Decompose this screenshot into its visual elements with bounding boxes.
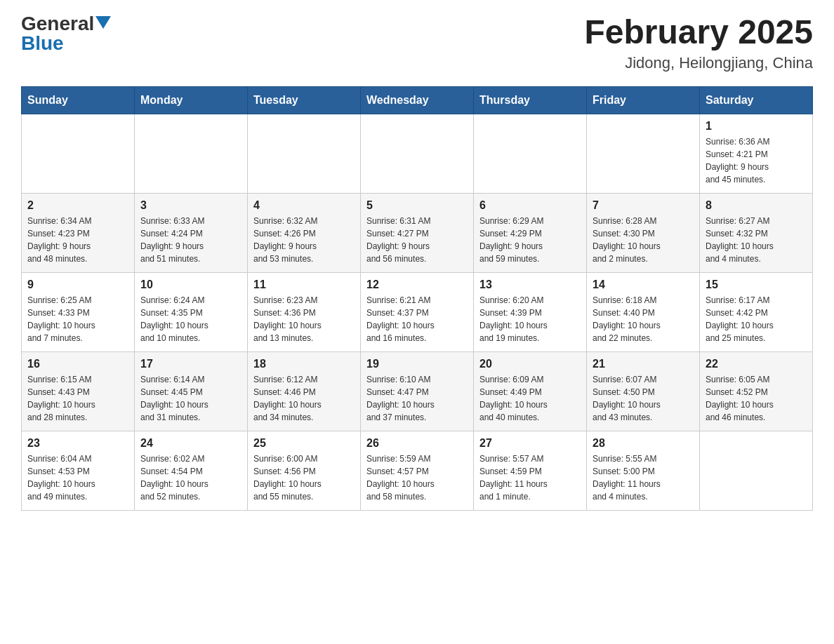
day-number: 5 [366, 199, 468, 212]
calendar-cell: 27Sunrise: 5:57 AMSunset: 4:59 PMDayligh… [474, 431, 587, 510]
day-info: Sunrise: 6:00 AMSunset: 4:56 PMDaylight:… [253, 452, 355, 503]
day-number: 14 [593, 279, 694, 291]
day-number: 6 [479, 199, 581, 212]
month-year-title: February 2025 [584, 14, 813, 51]
day-info: Sunrise: 6:09 AMSunset: 4:49 PMDaylight:… [479, 373, 581, 424]
day-number: 23 [27, 437, 128, 450]
calendar-cell [587, 114, 700, 193]
calendar-cell: 8Sunrise: 6:27 AMSunset: 4:32 PMDaylight… [700, 193, 813, 272]
calendar-cell: 11Sunrise: 6:23 AMSunset: 4:36 PMDayligh… [248, 272, 361, 351]
day-number: 7 [593, 199, 694, 212]
weekday-header-saturday: Saturday [700, 86, 813, 114]
day-info: Sunrise: 5:55 AMSunset: 5:00 PMDaylight:… [593, 452, 694, 503]
day-info: Sunrise: 6:10 AMSunset: 4:47 PMDaylight:… [366, 373, 468, 424]
day-number: 11 [253, 279, 355, 291]
day-number: 20 [479, 358, 581, 370]
weekday-header-thursday: Thursday [474, 86, 587, 114]
calendar-cell: 6Sunrise: 6:29 AMSunset: 4:29 PMDaylight… [474, 193, 587, 272]
calendar-cell: 15Sunrise: 6:17 AMSunset: 4:42 PMDayligh… [700, 272, 813, 351]
day-number: 22 [706, 358, 807, 370]
day-number: 10 [140, 279, 241, 291]
calendar-week-1: 1Sunrise: 6:36 AMSunset: 4:21 PMDaylight… [22, 114, 813, 193]
logo: General Blue [21, 14, 111, 53]
day-number: 9 [27, 279, 128, 291]
day-info: Sunrise: 6:27 AMSunset: 4:32 PMDaylight:… [706, 215, 807, 265]
weekday-header-friday: Friday [587, 86, 700, 114]
day-number: 15 [706, 279, 807, 291]
calendar-cell: 4Sunrise: 6:32 AMSunset: 4:26 PMDaylight… [248, 193, 361, 272]
logo-triangle-icon [95, 16, 111, 32]
day-number: 25 [253, 437, 355, 450]
day-number: 3 [140, 199, 241, 212]
location-subtitle: Jidong, Heilongjiang, China [584, 54, 813, 72]
day-number: 17 [140, 358, 241, 370]
day-number: 16 [27, 358, 128, 370]
day-info: Sunrise: 6:15 AMSunset: 4:43 PMDaylight:… [27, 373, 128, 424]
svg-marker-0 [95, 16, 111, 29]
weekday-header-monday: Monday [135, 86, 248, 114]
calendar-cell: 14Sunrise: 6:18 AMSunset: 4:40 PMDayligh… [587, 272, 700, 351]
day-info: Sunrise: 6:33 AMSunset: 4:24 PMDaylight:… [140, 215, 241, 265]
calendar-cell: 1Sunrise: 6:36 AMSunset: 4:21 PMDaylight… [700, 114, 813, 193]
calendar-cell: 21Sunrise: 6:07 AMSunset: 4:50 PMDayligh… [587, 351, 700, 431]
day-number: 2 [27, 199, 128, 212]
day-info: Sunrise: 6:18 AMSunset: 4:40 PMDaylight:… [593, 294, 694, 344]
logo-blue-text: Blue [21, 32, 64, 54]
day-number: 4 [253, 199, 355, 212]
calendar-cell: 23Sunrise: 6:04 AMSunset: 4:53 PMDayligh… [22, 431, 135, 510]
day-number: 21 [593, 358, 694, 370]
calendar-header-row: SundayMondayTuesdayWednesdayThursdayFrid… [22, 86, 813, 114]
day-info: Sunrise: 6:24 AMSunset: 4:35 PMDaylight:… [140, 294, 241, 344]
calendar-cell: 28Sunrise: 5:55 AMSunset: 5:00 PMDayligh… [587, 431, 700, 510]
day-number: 13 [479, 279, 581, 291]
calendar-cell: 12Sunrise: 6:21 AMSunset: 4:37 PMDayligh… [361, 272, 474, 351]
day-number: 28 [593, 437, 694, 450]
calendar-cell: 19Sunrise: 6:10 AMSunset: 4:47 PMDayligh… [361, 351, 474, 431]
calendar-cell [248, 114, 361, 193]
day-number: 1 [706, 120, 807, 133]
weekday-header-wednesday: Wednesday [361, 86, 474, 114]
day-info: Sunrise: 6:14 AMSunset: 4:45 PMDaylight:… [140, 373, 241, 424]
calendar-cell: 20Sunrise: 6:09 AMSunset: 4:49 PMDayligh… [474, 351, 587, 431]
day-info: Sunrise: 5:59 AMSunset: 4:57 PMDaylight:… [366, 452, 468, 503]
day-number: 26 [366, 437, 468, 450]
page-header: General Blue February 2025 Jidong, Heilo… [21, 14, 813, 72]
day-info: Sunrise: 6:12 AMSunset: 4:46 PMDaylight:… [253, 373, 355, 424]
calendar-cell [361, 114, 474, 193]
calendar-week-3: 9Sunrise: 6:25 AMSunset: 4:33 PMDaylight… [22, 272, 813, 351]
day-info: Sunrise: 6:36 AMSunset: 4:21 PMDaylight:… [706, 135, 807, 186]
day-info: Sunrise: 6:20 AMSunset: 4:39 PMDaylight:… [479, 294, 581, 344]
calendar-cell: 26Sunrise: 5:59 AMSunset: 4:57 PMDayligh… [361, 431, 474, 510]
day-number: 18 [253, 358, 355, 370]
calendar-week-2: 2Sunrise: 6:34 AMSunset: 4:23 PMDaylight… [22, 193, 813, 272]
calendar-cell [474, 114, 587, 193]
day-info: Sunrise: 6:02 AMSunset: 4:54 PMDaylight:… [140, 452, 241, 503]
calendar-cell: 13Sunrise: 6:20 AMSunset: 4:39 PMDayligh… [474, 272, 587, 351]
calendar-cell: 5Sunrise: 6:31 AMSunset: 4:27 PMDaylight… [361, 193, 474, 272]
calendar-cell: 17Sunrise: 6:14 AMSunset: 4:45 PMDayligh… [135, 351, 248, 431]
calendar-cell: 2Sunrise: 6:34 AMSunset: 4:23 PMDaylight… [22, 193, 135, 272]
calendar-cell [700, 431, 813, 510]
day-info: Sunrise: 5:57 AMSunset: 4:59 PMDaylight:… [479, 452, 581, 503]
calendar-cell: 10Sunrise: 6:24 AMSunset: 4:35 PMDayligh… [135, 272, 248, 351]
calendar-cell: 3Sunrise: 6:33 AMSunset: 4:24 PMDaylight… [135, 193, 248, 272]
day-number: 8 [706, 199, 807, 212]
weekday-header-sunday: Sunday [22, 86, 135, 114]
day-number: 24 [140, 437, 241, 450]
calendar-table: SundayMondayTuesdayWednesdayThursdayFrid… [21, 86, 813, 511]
day-info: Sunrise: 6:17 AMSunset: 4:42 PMDaylight:… [706, 294, 807, 344]
calendar-cell: 9Sunrise: 6:25 AMSunset: 4:33 PMDaylight… [22, 272, 135, 351]
calendar-cell [135, 114, 248, 193]
calendar-cell: 7Sunrise: 6:28 AMSunset: 4:30 PMDaylight… [587, 193, 700, 272]
day-number: 27 [479, 437, 581, 450]
day-number: 19 [366, 358, 468, 370]
day-info: Sunrise: 6:23 AMSunset: 4:36 PMDaylight:… [253, 294, 355, 344]
day-info: Sunrise: 6:34 AMSunset: 4:23 PMDaylight:… [27, 215, 128, 265]
title-section: February 2025 Jidong, Heilongjiang, Chin… [584, 14, 813, 72]
calendar-cell: 24Sunrise: 6:02 AMSunset: 4:54 PMDayligh… [135, 431, 248, 510]
weekday-header-tuesday: Tuesday [248, 86, 361, 114]
day-info: Sunrise: 6:05 AMSunset: 4:52 PMDaylight:… [706, 373, 807, 424]
calendar-week-5: 23Sunrise: 6:04 AMSunset: 4:53 PMDayligh… [22, 431, 813, 510]
calendar-cell: 18Sunrise: 6:12 AMSunset: 4:46 PMDayligh… [248, 351, 361, 431]
day-info: Sunrise: 6:04 AMSunset: 4:53 PMDaylight:… [27, 452, 128, 503]
